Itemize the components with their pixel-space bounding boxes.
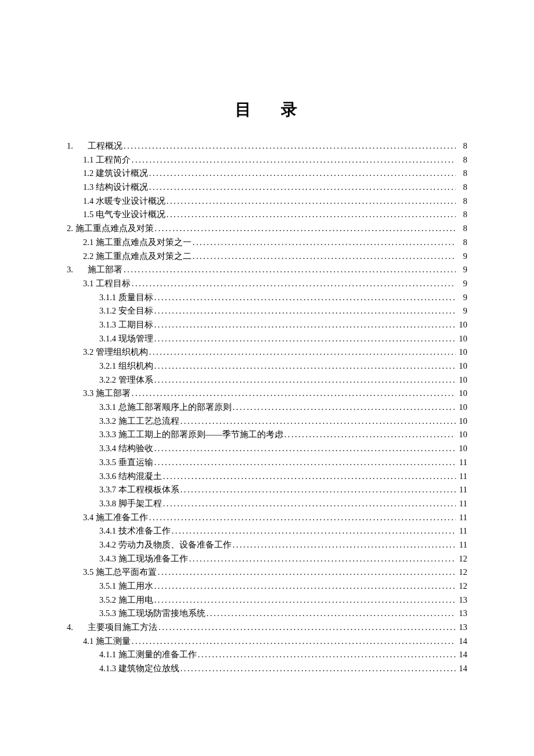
- toc-entry-page: 10: [457, 376, 467, 384]
- toc-entry-label: 3.1.1 质量目标: [99, 293, 153, 302]
- toc-entry: 1.2 建筑设计概况8: [67, 169, 467, 178]
- toc-entry-page: 8: [457, 156, 467, 164]
- toc-entry-label: 1.2 建筑设计概况: [83, 169, 148, 178]
- toc-entry: 3.1.2 安全目标9: [67, 307, 467, 315]
- toc-entry-page: 8: [457, 169, 467, 178]
- toc-entry-page: 11: [457, 513, 467, 522]
- toc-entry-page: 13: [457, 609, 467, 618]
- toc-leader-dots: [193, 238, 456, 247]
- toc-entry-page: 9: [457, 293, 467, 302]
- toc-leader-dots: [149, 169, 456, 178]
- toc-entry-number: 4.: [67, 623, 88, 632]
- toc-leader-dots: [155, 224, 456, 233]
- toc-entry-label: 4.1.3 建筑物定位放线: [99, 664, 179, 673]
- toc-entry-label: 3.2.1 组织机构: [99, 362, 153, 370]
- toc-entry-page: 9: [457, 265, 467, 274]
- toc-entry-label: 主要项目施工方法: [88, 623, 157, 632]
- toc-leader-dots: [167, 197, 456, 206]
- toc-leader-dots: [154, 362, 456, 370]
- toc-entry-label: 3.2 管理组织机构: [83, 348, 148, 357]
- toc-entry: 3.4.3 施工现场准备工作12: [67, 555, 467, 563]
- toc-leader-dots: [154, 582, 456, 591]
- toc-entry: 1.5 电气专业设计概况8: [67, 210, 467, 219]
- toc-entry: 3.2.2 管理体系10: [67, 376, 467, 384]
- toc-leader-dots: [132, 156, 456, 164]
- toc-leader-dots: [154, 376, 456, 384]
- toc-entry: 3.3.6 结构混凝土11: [67, 472, 467, 481]
- toc-entry-label: 3.4.1 技术准备工作: [99, 527, 171, 535]
- toc-leader-dots: [181, 485, 456, 494]
- toc-entry: 4.主要项目施工方法13: [67, 623, 467, 632]
- toc-entry-page: 8: [457, 238, 467, 247]
- toc-leader-dots: [284, 430, 456, 439]
- table-of-contents: 1.工程概况81.1 工程简介81.2 建筑设计概况81.3 结构设计概况81.…: [67, 142, 467, 673]
- toc-entry: 3.5.2 施工用电13: [67, 596, 467, 604]
- toc-entry: 3.1.3 工期目标10: [67, 321, 467, 329]
- toc-entry: 3.4.2 劳动力及物质、设备准备工作11: [67, 541, 467, 549]
- toc-entry-label: 3.3.7 本工程模板体系: [99, 485, 179, 494]
- toc-entry: 1.工程概况8: [67, 142, 467, 150]
- toc-leader-dots: [181, 664, 456, 673]
- toc-entry-page: 11: [457, 499, 467, 508]
- toc-leader-dots: [124, 142, 456, 150]
- toc-entry: 3.3.8 脚手架工程11: [67, 499, 467, 508]
- toc-entry-page: 14: [457, 637, 467, 646]
- toc-entry-page: 8: [457, 183, 467, 192]
- toc-entry-page: 12: [457, 555, 467, 563]
- toc-entry-label: 3.3.6 结构混凝土: [99, 472, 162, 481]
- toc-entry-label: 3.5.3 施工现场防雷接地系统: [99, 609, 205, 618]
- toc-entry-label: 3.3.1 总施工部署顺序上的部署原则: [99, 403, 232, 412]
- toc-entry-label: 3.1 工程目标: [83, 279, 131, 288]
- toc-entry: 3.3.3 施工工期上的部署原则——季节施工的考虑10: [67, 430, 467, 439]
- toc-entry: 1.4 水暖专业设计概况8: [67, 197, 467, 206]
- toc-leader-dots: [163, 499, 456, 508]
- toc-entry-page: 9: [457, 252, 467, 261]
- page-title: 目 录: [67, 99, 467, 121]
- toc-entry-page: 10: [457, 417, 467, 426]
- toc-leader-dots: [167, 210, 456, 219]
- toc-entry-label: 1.4 水暖专业设计概况: [83, 197, 165, 206]
- toc-leader-dots: [149, 183, 456, 192]
- toc-leader-dots: [181, 417, 456, 426]
- toc-entry-label: 3.3.2 施工工艺总流程: [99, 417, 179, 426]
- toc-entry: 3.2 管理组织机构10: [67, 348, 467, 357]
- toc-entry-page: 14: [457, 650, 467, 659]
- toc-leader-dots: [189, 555, 456, 563]
- toc-entry: 3.3.7 本工程模板体系11: [67, 485, 467, 494]
- toc-entry-label: 3.1.2 安全目标: [99, 307, 153, 315]
- toc-entry-label: 1.5 电气专业设计概况: [83, 210, 165, 219]
- toc-leader-dots: [154, 444, 456, 453]
- toc-leader-dots: [154, 458, 456, 467]
- toc-entry-page: 13: [457, 623, 467, 632]
- toc-entry-page: 10: [457, 334, 467, 343]
- toc-entry-label: 4.1 施工测量: [83, 637, 131, 646]
- toc-entry-page: 12: [457, 582, 467, 591]
- toc-entry-page: 10: [457, 430, 467, 439]
- toc-entry-page: 11: [457, 541, 467, 549]
- toc-entry: 3.3.1 总施工部署顺序上的部署原则10: [67, 403, 467, 412]
- toc-entry: 1.3 结构设计概况8: [67, 183, 467, 192]
- toc-entry: 2. 施工重点难点及对策8: [67, 224, 467, 233]
- toc-leader-dots: [132, 279, 456, 288]
- toc-entry-label: 3.3.3 施工工期上的部署原则——季节施工的考虑: [99, 430, 283, 439]
- toc-entry: 3.1.1 质量目标9: [67, 293, 467, 302]
- toc-entry-page: 8: [457, 224, 467, 233]
- toc-entry-page: 9: [457, 307, 467, 315]
- toc-entry: 2.2 施工重点难点及对策之二9: [67, 252, 467, 261]
- toc-entry-page: 8: [457, 142, 467, 150]
- toc-leader-dots: [172, 527, 456, 535]
- toc-leader-dots: [163, 472, 456, 481]
- toc-entry-page: 10: [457, 362, 467, 370]
- toc-leader-dots: [233, 541, 456, 549]
- toc-entry-page: 11: [457, 485, 467, 494]
- toc-entry-label: 3.3.4 结构验收: [99, 444, 153, 453]
- toc-entry-page: 13: [457, 596, 467, 604]
- toc-entry-label: 1.1 工程简介: [83, 156, 131, 164]
- toc-entry-label: 3.3 施工部署: [83, 389, 131, 398]
- toc-entry-label: 3.4 施工准备工作: [83, 513, 148, 522]
- toc-entry-page: 11: [457, 472, 467, 481]
- toc-entry: 3.1 工程目标9: [67, 279, 467, 288]
- toc-entry-label: 3.4.2 劳动力及物质、设备准备工作: [99, 541, 232, 549]
- toc-leader-dots: [154, 596, 456, 604]
- toc-entry: 3.2.1 组织机构10: [67, 362, 467, 370]
